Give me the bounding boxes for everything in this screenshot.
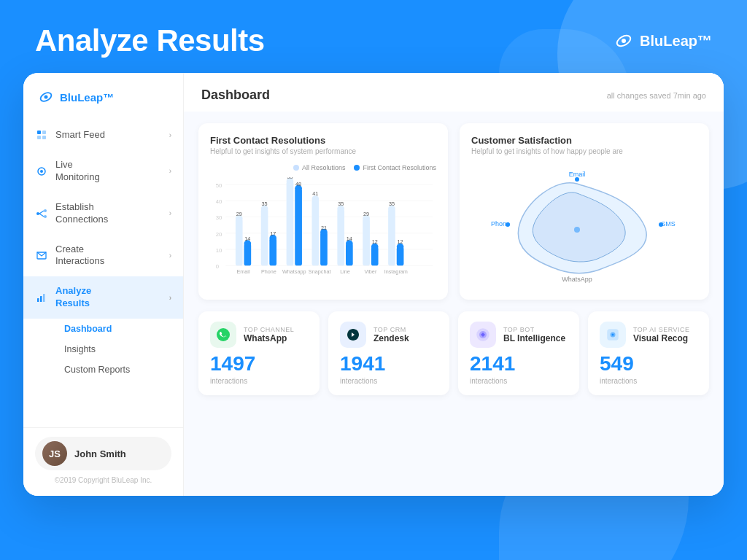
user-row[interactable]: JS John Smith [35, 437, 171, 470]
chevron-right-icon-5: › [169, 294, 171, 302]
sidebar-footer: JS John Smith ©2019 Copyright BluLeap In… [23, 427, 183, 496]
stat-label-zendesk: Top CRM Zendesk [374, 326, 438, 343]
svg-text:14: 14 [244, 236, 250, 242]
svg-text:29: 29 [236, 211, 242, 217]
page-header: Analyze Results BluLeap™ [0, 0, 747, 73]
svg-text:Line: Line [340, 268, 350, 275]
sidebar: BluLeap™ Smart Feed › [23, 73, 184, 496]
stat-top-bot: Top BOT BL Intelligence [470, 322, 568, 348]
stat-type-ai: Top AI Service [633, 326, 697, 333]
sidebar-item-analyze-results-label: AnalyzeResults [55, 285, 162, 310]
stat-interactions-whatsapp: interactions [210, 377, 308, 385]
stat-interactions-zendesk: interactions [340, 377, 438, 385]
sidebar-logo-icon [38, 89, 54, 105]
zendesk-icon-wrap [340, 322, 366, 348]
sidebar-logo: BluLeap™ [23, 73, 183, 117]
svg-text:10: 10 [216, 247, 222, 254]
radar-chart-title: Customer Satisfaction [471, 135, 697, 146]
connections-icon [35, 207, 48, 220]
sidebar-item-create-interactions-label: CreateInteractions [55, 244, 162, 268]
stat-card-bl-intelligence: Top BOT BL Intelligence 2141 interaction… [458, 311, 579, 395]
radar-chart-area: Email SMS WhatsApp Phone [471, 164, 697, 288]
svg-text:21: 21 [321, 225, 327, 231]
stat-label-bot: Top BOT BL Intelligence [503, 326, 568, 343]
sidebar-item-create-interactions[interactable]: CreateInteractions › [23, 235, 183, 277]
chevron-right-icon-2: › [169, 167, 171, 175]
svg-rect-17 [43, 294, 45, 302]
stat-card-zendesk: Top CRM Zendesk 1941 interactions [328, 311, 449, 395]
svg-rect-4 [37, 131, 41, 134]
bot-icon-wrap [470, 322, 496, 348]
svg-text:Email: Email [236, 268, 250, 275]
chevron-right-icon-4: › [169, 252, 171, 260]
main-card: BluLeap™ Smart Feed › [23, 73, 724, 496]
svg-text:55: 55 [287, 177, 293, 180]
stat-name-whatsapp: WhatsApp [244, 333, 308, 343]
svg-text:35: 35 [389, 201, 395, 207]
sub-nav-dashboard[interactable]: Dashboard [55, 319, 183, 339]
stats-row: Top Channel WhatsApp 1497 interactions [198, 311, 709, 395]
stat-number-ai: 549 [600, 354, 697, 374]
svg-text:17: 17 [270, 230, 276, 237]
stat-number-bot: 2141 [470, 354, 568, 374]
radar-chart-card: Customer Satisfaction Helpful to get ins… [460, 123, 709, 300]
radar-chart-subtitle: Helpful to get insights of how happy peo… [471, 147, 697, 155]
chevron-right-icon-3: › [169, 209, 171, 217]
stat-interactions-bot: interactions [470, 377, 568, 385]
stat-type-crm: Top CRM [374, 326, 438, 333]
svg-point-3 [44, 96, 48, 99]
avatar-inner: JS [42, 441, 67, 466]
sidebar-item-analyze-results[interactable]: AnalyzeResults › [23, 276, 183, 319]
bar-chart-svg: 50 40 30 20 10 0 [210, 177, 436, 279]
stat-card-whatsapp: Top Channel WhatsApp 1497 interactions [198, 311, 320, 395]
svg-rect-72 [388, 209, 395, 265]
sidebar-item-establish-connections[interactable]: EstablishConnections › [23, 192, 183, 235]
sidebar-item-smart-feed[interactable]: Smart Feed › [23, 120, 183, 150]
svg-text:35: 35 [338, 201, 344, 207]
content-header: Dashboard all changes saved 7min ago [184, 73, 724, 112]
radar-chart-svg: Email SMS WhatsApp Phone [489, 168, 679, 284]
chevron-right-icon: › [169, 131, 171, 139]
monitor-icon [35, 165, 48, 178]
interactions-icon [35, 249, 48, 262]
stat-card-visual-recog: Top AI Service Visual Recog 549 interact… [588, 311, 709, 395]
svg-text:29: 29 [363, 211, 369, 217]
analyze-icon [35, 291, 48, 304]
svg-rect-5 [42, 131, 46, 134]
sidebar-item-live-monitoring-label: LiveMonitoring [55, 159, 162, 184]
svg-text:SMS: SMS [661, 220, 676, 228]
sub-nav-insights[interactable]: Insights [55, 339, 183, 359]
whatsapp-icon [216, 327, 231, 342]
save-status: all changes saved 7min ago [607, 91, 706, 100]
feed-icon [35, 128, 48, 141]
bar-chart-card: First Contact Resolutions Helpful to get… [198, 123, 448, 300]
user-name: John Smith [74, 448, 126, 459]
stat-type-bot: Top BOT [503, 326, 568, 333]
sidebar-item-live-monitoring[interactable]: LiveMonitoring › [23, 150, 183, 192]
svg-text:Instagram: Instagram [384, 268, 408, 275]
svg-line-14 [39, 214, 44, 217]
sidebar-item-establish-connections-label: EstablishConnections [55, 201, 162, 226]
stat-type-channel: Top Channel [244, 326, 308, 333]
svg-rect-6 [37, 136, 41, 139]
sidebar-nav: Smart Feed › LiveMonitoring › [23, 117, 183, 427]
svg-rect-30 [236, 219, 243, 266]
charts-row: First Contact Resolutions Helpful to get… [198, 123, 709, 300]
svg-text:Whatsapp: Whatsapp [282, 268, 306, 275]
sub-nav: Dashboard Insights Custom Reports [23, 319, 183, 383]
svg-point-12 [44, 215, 47, 218]
stat-number-zendesk: 1941 [340, 354, 438, 374]
stat-top-zendesk: Top CRM Zendesk [340, 322, 438, 348]
svg-text:41: 41 [312, 190, 318, 197]
stat-interactions-ai: interactions [600, 377, 697, 385]
svg-text:48: 48 [295, 181, 301, 187]
svg-point-11 [44, 209, 47, 212]
svg-text:12: 12 [398, 238, 403, 245]
legend-dot-blue [354, 165, 360, 171]
svg-rect-39 [269, 238, 276, 266]
sub-nav-custom-reports[interactable]: Custom Reports [55, 359, 183, 380]
ai-icon [605, 327, 620, 342]
bot-icon [476, 327, 490, 342]
svg-text:Phone: Phone [261, 268, 276, 275]
stat-top-ai: Top AI Service Visual Recog [600, 322, 697, 348]
